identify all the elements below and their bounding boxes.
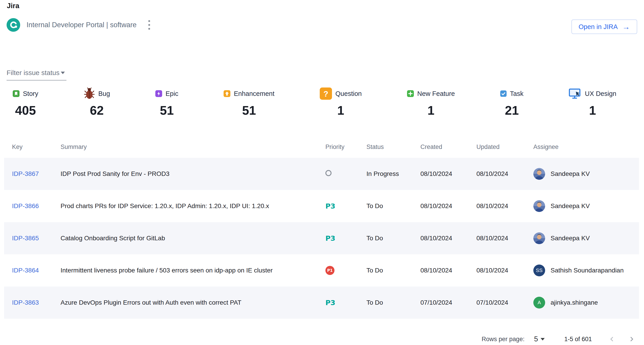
- issue-counter: UX Design 1: [569, 86, 616, 118]
- issue-created-date: 07/10/2024: [420, 299, 476, 306]
- assignee-cell: Sandeepa KV: [533, 200, 639, 212]
- rows-per-page-label: Rows per page:: [482, 336, 524, 343]
- project-name: Internal Developer Portal | software: [26, 21, 136, 29]
- pagination-range: 1-5 of 601: [564, 336, 592, 343]
- more-options-icon[interactable]: [146, 18, 152, 31]
- project-logo-icon: [6, 18, 20, 32]
- issue-updated-date: 08/10/2024: [476, 170, 533, 177]
- issue-type-label: Bug: [98, 90, 110, 97]
- issue-type-label: UX Design: [585, 90, 616, 97]
- assignee-cell: Sandeepa KV: [533, 168, 639, 180]
- issue-counter: Epic 51: [155, 86, 178, 118]
- issue-key-link[interactable]: IDP-3867: [12, 170, 60, 177]
- issue-updated-date: 07/10/2024: [476, 299, 533, 306]
- assignee-cell: Sandeepa KV: [533, 232, 639, 244]
- issue-summary: Catalog Onboarding Script for GitLab: [60, 235, 326, 242]
- issue-type-count: 405: [15, 103, 36, 118]
- priority-p1-icon: P1: [326, 266, 334, 275]
- issue-type-count: 51: [242, 103, 256, 118]
- bug-icon: [84, 87, 95, 100]
- issue-created-date: 08/10/2024: [420, 235, 476, 242]
- story-icon: [13, 90, 20, 97]
- assignee-cell: A ajinkya.shingane: [533, 297, 639, 309]
- issue-status: To Do: [366, 267, 420, 274]
- issue-counter: Story 405: [13, 86, 38, 118]
- issue-updated-date: 08/10/2024: [476, 235, 533, 242]
- pager-controls: [606, 334, 637, 345]
- avatar: SS: [533, 265, 545, 276]
- issue-key-link[interactable]: IDP-3863: [12, 299, 60, 306]
- chevron-down-icon: [540, 338, 545, 341]
- assignee-name: Sandeepa KV: [550, 170, 590, 177]
- column-header-summary: Summary: [60, 143, 326, 150]
- epic-icon: [155, 90, 162, 97]
- priority-p3-icon: P3: [326, 202, 335, 210]
- avatar: A: [533, 297, 545, 309]
- issue-type-count: 51: [160, 103, 174, 118]
- issue-type-label: New Feature: [417, 90, 455, 97]
- assignee-name: Sandeepa KV: [550, 235, 590, 242]
- issue-counter: ? Question 1: [320, 86, 362, 118]
- column-header-status: Status: [366, 143, 420, 150]
- issue-type-count: 1: [589, 103, 596, 118]
- open-in-jira-button[interactable]: Open in JIRA →: [572, 19, 637, 34]
- priority-cell: [326, 170, 366, 178]
- previous-page-button[interactable]: [606, 334, 617, 345]
- entity-header: Internal Developer Portal | software: [6, 18, 152, 32]
- issue-type-label: Task: [510, 90, 524, 97]
- page-title: Jira: [7, 2, 19, 10]
- column-header-key: Key: [12, 143, 60, 150]
- issue-type-count: 62: [90, 103, 104, 118]
- priority-cell: P1: [326, 266, 366, 275]
- assignee-name: Sandeepa KV: [550, 202, 590, 210]
- assignee-cell: SS Sathish Soundarapandian: [533, 265, 639, 276]
- question-icon: ?: [320, 87, 332, 100]
- issue-updated-date: 08/10/2024: [476, 267, 533, 274]
- rows-per-page-value: 5: [534, 335, 538, 343]
- column-header-priority: Priority: [326, 143, 366, 150]
- enhancement-icon: [224, 90, 230, 97]
- avatar: [533, 200, 545, 212]
- issue-key-link[interactable]: IDP-3866: [12, 202, 60, 210]
- issue-counters: Story 405 Bug 62 Epic 51 Enhancement 51 …: [0, 86, 644, 118]
- issue-status: To Do: [366, 299, 420, 306]
- ux-design-icon: [569, 88, 582, 99]
- arrow-right-icon: →: [622, 23, 630, 30]
- column-header-created: Created: [420, 143, 476, 150]
- table-row[interactable]: IDP-3865 Catalog Onboarding Script for G…: [4, 222, 639, 254]
- next-page-button[interactable]: [626, 334, 637, 345]
- issue-summary: Azure DevOps Plugin Errors out with Auth…: [60, 299, 326, 306]
- priority-cell: P3: [326, 299, 366, 307]
- issue-type-label: Enhancement: [234, 90, 274, 97]
- table-row[interactable]: IDP-3863 Azure DevOps Plugin Errors out …: [4, 287, 639, 319]
- issue-status: In Progress: [366, 170, 420, 177]
- column-header-assignee: Assignee: [533, 143, 639, 150]
- table-row[interactable]: IDP-3866 Prod charts PRs for IDP Service…: [4, 190, 639, 222]
- new-feature-icon: [407, 90, 414, 97]
- table-row[interactable]: IDP-3867 IDP Post Prod Sanity for Env - …: [4, 158, 639, 190]
- issue-key-link[interactable]: IDP-3865: [12, 235, 60, 242]
- open-in-jira-label: Open in JIRA: [579, 23, 618, 30]
- table-body: IDP-3867 IDP Post Prod Sanity for Env - …: [4, 158, 639, 319]
- issue-type-count: 1: [337, 103, 344, 118]
- svg-text:?: ?: [323, 89, 328, 98]
- issue-key-link[interactable]: IDP-3864: [12, 267, 60, 274]
- priority-none-icon: [326, 170, 332, 176]
- issue-summary: Prod charts PRs for IDP Service: 1.20.x,…: [60, 202, 326, 210]
- avatar: [533, 168, 545, 180]
- pagination: Rows per page: 5 1-5 of 601: [482, 332, 637, 345]
- issue-type-label: Question: [336, 90, 362, 97]
- column-header-updated: Updated: [476, 143, 533, 150]
- priority-cell: P3: [326, 202, 366, 210]
- issue-type-count: 21: [505, 103, 519, 118]
- rows-per-page-select[interactable]: 5: [534, 335, 545, 343]
- priority-p3-icon: P3: [326, 234, 335, 242]
- issue-counter: New Feature 1: [407, 86, 455, 118]
- issue-counter: Task 21: [500, 86, 524, 118]
- priority-cell: P3: [326, 234, 366, 242]
- avatar: [533, 232, 545, 244]
- issue-created-date: 08/10/2024: [420, 170, 476, 177]
- issue-status: To Do: [366, 202, 420, 210]
- table-row[interactable]: IDP-3864 Intermittent liveness probe fai…: [4, 254, 639, 287]
- filter-issue-status-dropdown[interactable]: Filter issue status: [6, 69, 66, 80]
